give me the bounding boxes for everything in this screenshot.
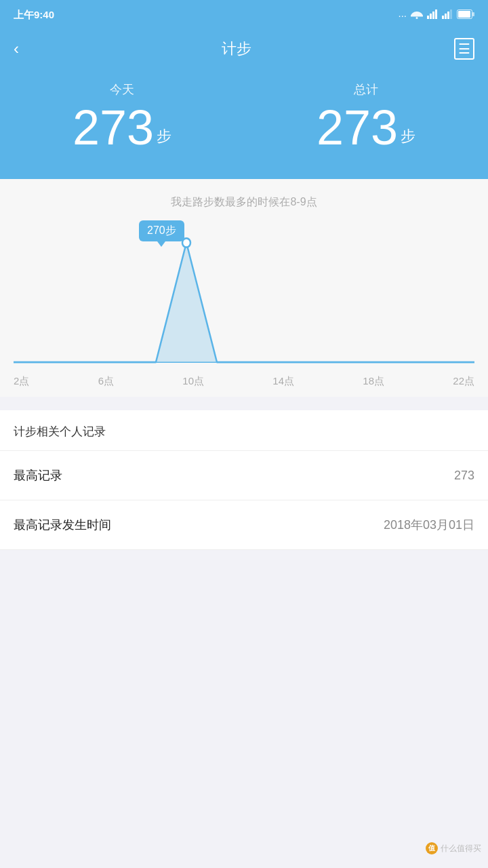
total-label: 总计 [317,81,415,98]
x-label-6: 6点 [98,375,114,388]
chart-section: 我走路步数最多的时候在8-9点 270步 2点 6点 10点 14点 18点 2… [0,179,488,397]
watermark-text: 什么值得买 [441,843,481,854]
signal2-icon [442,9,453,21]
record-key-highest: 最高记录 [14,467,62,484]
today-label: 今天 [73,81,171,98]
svg-rect-7 [450,9,452,19]
table-row: 最高记录发生时间 2018年03月01日 [0,500,488,550]
table-row: 最高记录 273 [0,451,488,500]
chart-container: 270步 2点 6点 10点 14点 18点 22点 [14,220,474,397]
today-unit: 步 [157,126,171,146]
status-bar: 上午9:40 ··· [0,0,488,30]
records-header: 计步相关个人记录 [0,410,488,451]
today-value-row: 273 步 [73,103,171,152]
record-key-date: 最高记录发生时间 [14,517,111,533]
total-unit: 步 [401,126,415,146]
svg-rect-1 [430,14,432,19]
svg-rect-4 [442,16,444,19]
header: ‹ 计步 ☰ [0,30,488,68]
x-label-10: 10点 [182,375,204,388]
chart-subtitle: 我走路步数最多的时候在8-9点 [0,179,488,220]
total-stat: 总计 273 步 [317,81,415,152]
records-section: 计步相关个人记录 最高记录 273 最高记录发生时间 2018年03月01日 [0,410,488,550]
signal-icon [427,9,438,21]
svg-rect-0 [427,16,429,19]
wifi-icon [411,9,423,21]
x-label-2: 2点 [14,375,29,388]
page-title: 计步 [222,39,251,59]
x-label-14: 14点 [272,375,294,388]
svg-rect-9 [472,12,474,16]
watermark: 值 什么值得买 [426,842,481,854]
svg-rect-10 [458,11,470,18]
svg-rect-2 [432,12,434,19]
record-val-date: 2018年03月01日 [384,517,474,533]
svg-marker-12 [156,243,217,362]
total-steps: 273 [317,103,398,152]
record-val-highest: 273 [454,469,474,483]
hero-stats: 今天 273 步 总计 273 步 [0,68,488,179]
svg-rect-6 [447,12,449,19]
today-steps: 273 [73,103,154,152]
chart-tooltip: 270步 [139,220,184,241]
status-icons: ··· [398,9,474,21]
battery-icon [457,9,474,21]
x-label-18: 18点 [363,375,384,388]
status-time: 上午9:40 [14,9,54,22]
menu-button[interactable]: ☰ [454,38,474,60]
watermark-icon: 值 [426,842,438,854]
today-stat: 今天 273 步 [73,81,171,152]
chart-x-labels: 2点 6点 10点 14点 18点 22点 [14,370,474,393]
x-label-22: 22点 [453,375,474,388]
back-button[interactable]: ‹ [14,39,19,58]
svg-rect-5 [445,14,447,19]
svg-rect-3 [435,9,437,19]
total-value-row: 273 步 [317,103,415,152]
chart-svg [14,220,474,370]
dots-icon: ··· [398,9,407,21]
